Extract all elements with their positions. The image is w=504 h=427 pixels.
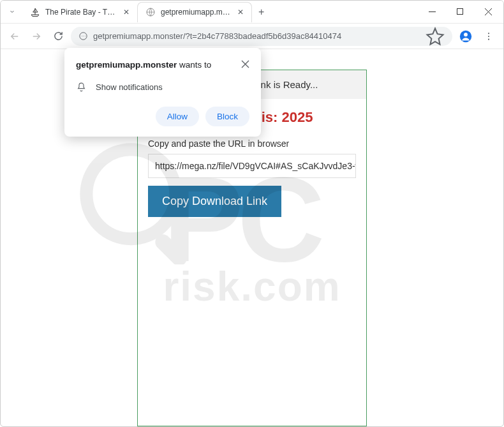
- svg-point-6: [488, 35, 489, 36]
- browser-tab-inactive[interactable]: The Pirate Bay - The galaxy's m ✕: [22, 2, 137, 22]
- url-text: getpremiumapp.monster/?t=2b4c77883badead…: [93, 31, 420, 41]
- close-tab-icon[interactable]: ✕: [123, 8, 130, 17]
- browser-toolbar: getpremiumapp.monster/?t=2b4c77883badead…: [1, 24, 503, 49]
- instruction-text: Copy and paste the URL in browser: [148, 139, 356, 149]
- permission-row: Show notifications: [76, 82, 249, 93]
- bookmark-star-icon[interactable]: [426, 27, 445, 46]
- popup-close-button[interactable]: [241, 59, 249, 71]
- arrow-right-icon: [31, 31, 42, 42]
- address-bar[interactable]: getpremiumapp.monster/?t=2b4c77883badead…: [71, 27, 452, 46]
- svg-point-4: [464, 33, 468, 36]
- popup-title: getpremiumapp.monster wants to: [76, 59, 216, 71]
- svg-point-5: [488, 33, 489, 34]
- window-maximize-button[interactable]: [446, 1, 474, 24]
- profile-button[interactable]: [456, 27, 475, 46]
- block-button[interactable]: Block: [205, 107, 249, 126]
- notification-permission-popup: getpremiumapp.monster wants to Show noti…: [64, 48, 261, 137]
- allow-button[interactable]: Allow: [156, 107, 199, 126]
- back-button[interactable]: [6, 27, 24, 45]
- globe-icon: [145, 7, 156, 17]
- maximize-icon: [457, 8, 464, 15]
- close-tab-icon[interactable]: ✕: [237, 8, 244, 17]
- browser-tab-active[interactable]: getpremiumapp.monster/?t=2 ✕: [137, 2, 252, 22]
- window-close-button[interactable]: [474, 1, 502, 24]
- popup-site-name: getpremiumapp.monster: [76, 60, 177, 70]
- profile-avatar-icon: [459, 29, 473, 43]
- svg-rect-1: [457, 9, 463, 15]
- bell-icon: [76, 82, 87, 93]
- copy-download-link-button[interactable]: Copy Download Link: [148, 186, 281, 217]
- chevron-down-icon: [8, 8, 16, 15]
- pirate-ship-icon: [30, 7, 40, 17]
- dots-vertical-icon: [484, 31, 494, 41]
- download-url-box[interactable]: https://mega.nz/file/VD9gVCAI#AS_sCaKJvv…: [148, 154, 356, 178]
- site-info-icon[interactable]: [78, 31, 88, 41]
- tab-scroll-chevron[interactable]: [2, 6, 22, 18]
- window-titlebar: The Pirate Bay - The galaxy's m ✕ getpre…: [1, 1, 503, 24]
- new-tab-button[interactable]: +: [252, 6, 271, 18]
- tab-label: The Pirate Bay - The galaxy's m: [45, 8, 118, 17]
- svg-point-7: [488, 38, 489, 40]
- popup-wants-text: wants to: [179, 60, 211, 70]
- tab-label: getpremiumapp.monster/?t=2: [161, 8, 232, 17]
- reload-icon: [53, 31, 64, 41]
- kebab-menu-button[interactable]: [479, 27, 498, 46]
- permission-label: Show notifications: [96, 82, 163, 92]
- minimize-icon: [429, 8, 436, 15]
- arrow-left-icon: [9, 31, 20, 42]
- close-icon: [241, 60, 249, 68]
- window-minimize-button[interactable]: [418, 1, 446, 24]
- close-icon: [485, 8, 492, 15]
- reload-button[interactable]: [49, 27, 67, 45]
- password-value: 2025: [281, 109, 313, 125]
- forward-button: [27, 27, 45, 45]
